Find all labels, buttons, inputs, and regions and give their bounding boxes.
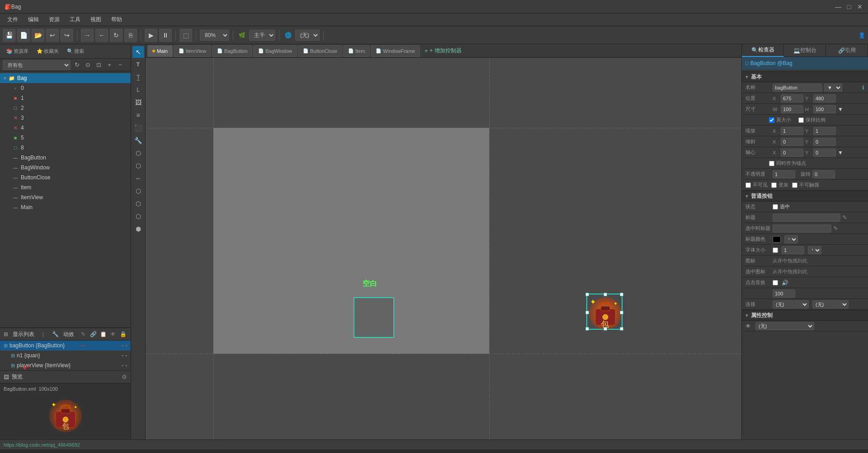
menu-file[interactable]: 文件 xyxy=(3,15,23,24)
bag-icon-element[interactable]: 包 ✦ ✦ xyxy=(586,294,623,330)
toolbar-copy[interactable]: ⎘ xyxy=(124,29,137,42)
prop-name-input[interactable] xyxy=(773,84,822,92)
tab-item[interactable]: 📄 Item xyxy=(343,45,370,57)
section-button-header[interactable]: ▼ 普通按钮 xyxy=(742,191,868,201)
status-url[interactable]: https://blog.csdn.net/qq_46649692 xyxy=(4,442,80,448)
click-sound-checkbox[interactable] xyxy=(773,280,778,285)
tool-list[interactable]: ≡ xyxy=(132,109,144,121)
package-dropdown[interactable]: 所有包 xyxy=(3,60,71,70)
tree-item-bag[interactable]: ▼ 📁 Bag xyxy=(0,73,131,83)
title-edit-btn[interactable]: ✎ xyxy=(842,214,847,221)
size-expand-btn[interactable]: ▼ xyxy=(838,106,843,112)
prop-pivot-y[interactable] xyxy=(813,149,836,157)
tool-text-stroke[interactable]: T̲ xyxy=(132,71,144,83)
tool-select[interactable]: ↖ xyxy=(132,46,144,58)
tab-bagbutton[interactable]: 📄 BagButton xyxy=(212,45,252,57)
prop-pos-y[interactable] xyxy=(813,94,836,103)
prop-sel-title-input[interactable] xyxy=(773,224,831,233)
toolbar-refresh[interactable]: ↻ xyxy=(110,29,123,42)
action-dot1[interactable]: • xyxy=(122,343,123,348)
sel-icon-drop-target[interactable]: 从库中拖拽到此 xyxy=(773,268,807,275)
tool-richtext[interactable]: L xyxy=(132,84,144,96)
toolbar-undo[interactable]: ↩ xyxy=(46,29,59,42)
tab-buttonclose[interactable]: 📄 ButtonClose xyxy=(298,45,342,57)
toolbar-open[interactable]: 📂 xyxy=(32,29,44,42)
tree-item-5[interactable]: ■ 5 xyxy=(0,133,131,143)
tree-item-item[interactable]: — Item xyxy=(0,182,131,192)
state-checkbox[interactable] xyxy=(773,204,778,210)
tool-morph[interactable]: ⬡ xyxy=(132,160,144,172)
handle-tl[interactable] xyxy=(585,293,589,296)
pkg-remove-btn[interactable]: − xyxy=(116,61,125,70)
tool-component[interactable]: 🔧 xyxy=(132,135,144,146)
section-propctrl-header[interactable]: ▼ 属性控制 xyxy=(742,310,868,321)
dl-copy-btn[interactable]: 📋 xyxy=(99,330,107,338)
favorites-btn[interactable]: ⭐ 收藏夹 xyxy=(34,47,61,56)
handle-ml[interactable] xyxy=(585,311,589,314)
tab-ref[interactable]: 🔗 引用 xyxy=(826,44,868,57)
tool-hex1[interactable]: ⬡ xyxy=(132,185,144,197)
tool-hex3[interactable]: ⬡ xyxy=(132,210,144,222)
font-size-input[interactable] xyxy=(782,246,804,254)
info-icon[interactable]: ℹ xyxy=(862,84,864,91)
handle-bc[interactable] xyxy=(604,327,607,331)
dl-link-btn[interactable]: 🔗 xyxy=(89,330,97,338)
tree-item-2[interactable]: □ 2 xyxy=(0,103,131,113)
handle-tr[interactable] xyxy=(620,293,623,296)
display-item-bagbutton[interactable]: ⊞ bagButton {BagButton} • • xyxy=(0,341,131,350)
tree-item-1[interactable]: ■ 1 xyxy=(0,93,131,103)
n1-dot1[interactable]: • xyxy=(122,353,123,358)
prop-name-select[interactable]: ▼ xyxy=(824,84,842,92)
prop-title-input[interactable] xyxy=(773,214,840,222)
tab-bagwindow[interactable]: 📄 BagWindow xyxy=(253,45,297,57)
tool-polygon[interactable]: ⬡ xyxy=(132,147,144,159)
icon-drop-target[interactable]: 从库中拖拽到此 xyxy=(773,257,807,264)
menu-edit[interactable]: 编辑 xyxy=(24,15,43,24)
menu-view[interactable]: 视图 xyxy=(86,15,106,24)
zoom-select[interactable]: 80%100%50% xyxy=(200,30,229,41)
search-btn[interactable]: 🔍 搜索 xyxy=(64,47,87,56)
tab-controller[interactable]: 💻 控制台 xyxy=(784,44,826,57)
menu-tools[interactable]: 工具 xyxy=(65,15,85,24)
toolbar-redo[interactable]: ↪ xyxy=(61,29,73,42)
pivot-expand-btn[interactable]: ▼ xyxy=(838,149,843,156)
dl-view-btn[interactable]: 👁 xyxy=(109,330,117,338)
pkg-refresh-btn[interactable]: ↻ xyxy=(72,61,81,70)
tab-main[interactable]: Main xyxy=(147,45,173,57)
tool-scale[interactable]: ↔ xyxy=(132,173,144,184)
connection-select-1[interactable]: (无) xyxy=(773,300,809,308)
prop-skew-y[interactable] xyxy=(813,138,836,146)
toolbar-pause[interactable]: ⏸ xyxy=(159,29,172,42)
tree-item-itemview[interactable]: — ItemView xyxy=(0,192,131,202)
center-canvas[interactable]: Main 📄 ItemView 📄 BagButton 📄 BagWindow … xyxy=(146,44,741,439)
tree-item-8[interactable]: □ 8 xyxy=(0,143,131,153)
invisible-checkbox[interactable] xyxy=(745,182,751,188)
tab-itemview[interactable]: 📄 ItemView xyxy=(174,45,211,57)
visible-select[interactable]: (无) xyxy=(755,322,814,330)
dl-lock-btn[interactable]: 🔒 xyxy=(119,330,127,338)
section-basic-header[interactable]: ▼ 基本 xyxy=(742,71,868,82)
prop-scale-y[interactable] xyxy=(813,127,836,135)
minimize-button[interactable]: — xyxy=(835,3,842,10)
tree-item-buttonclose[interactable]: — ButtonClose xyxy=(0,173,131,182)
prop-size-w[interactable] xyxy=(781,105,803,113)
tree-item-bagwindow[interactable]: — BagWindow xyxy=(0,163,131,173)
pkg-dot-btn[interactable]: ⊙ xyxy=(83,61,92,70)
branch-select[interactable]: 主干 xyxy=(249,30,275,41)
pv-dot1[interactable]: • xyxy=(122,363,123,368)
title-color-swatch[interactable] xyxy=(773,236,781,243)
asset-library-btn[interactable]: 📚 资源库 xyxy=(4,47,31,56)
close-button[interactable]: ✕ xyxy=(856,3,863,10)
font-size-select[interactable]: ▼ xyxy=(808,246,821,254)
untouchable-checkbox[interactable] xyxy=(792,182,797,188)
toolbar-arrow[interactable]: → xyxy=(81,29,94,42)
toolbar-back[interactable]: ← xyxy=(95,29,108,42)
add-controller-btn[interactable]: + + 增加控制器 xyxy=(421,47,465,55)
prop-rotate-input[interactable] xyxy=(812,170,835,178)
anchor-checkbox[interactable] xyxy=(769,161,774,166)
prop-volume-input[interactable] xyxy=(773,290,795,298)
display-item-playerview[interactable]: ⊞ playerView {ItemView} • • xyxy=(0,360,131,370)
pkg-add-btn[interactable]: + xyxy=(105,61,114,70)
tree-item-3[interactable]: ✕ 3 xyxy=(0,113,131,123)
toolbar-play[interactable]: ▶ xyxy=(145,29,157,42)
